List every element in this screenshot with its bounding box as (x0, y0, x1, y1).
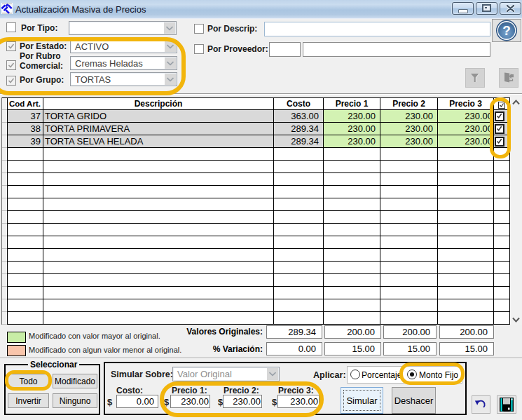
svg-text:?: ? (502, 23, 511, 38)
